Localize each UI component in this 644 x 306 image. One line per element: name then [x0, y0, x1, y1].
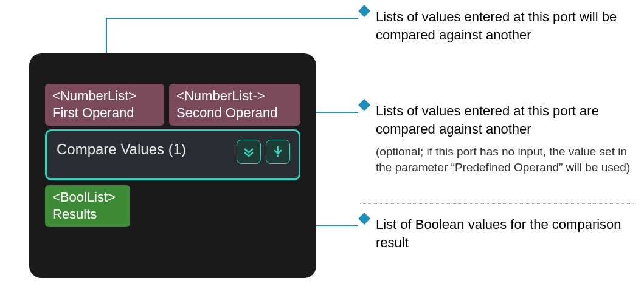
input-port-first-operand[interactable]: <NumberList> First Operand — [45, 84, 164, 126]
download-icon[interactable] — [266, 140, 290, 164]
expand-icon[interactable] — [237, 140, 261, 164]
output-port-results[interactable]: <BoolList> Results — [45, 185, 130, 227]
port-label: First Operand — [52, 104, 157, 121]
port-type: <NumberList> — [52, 87, 157, 104]
annotation-3: List of Boolean values for the compariso… — [360, 216, 628, 251]
annotation-2: Lists of values entered at this port are… — [360, 102, 634, 175]
input-ports-row: <NumberList> First Operand <NumberList->… — [45, 84, 300, 126]
node-title: Compare Values (1) — [57, 140, 237, 158]
port-label: Second Operand — [176, 104, 293, 121]
port-type: <NumberList-> — [176, 87, 293, 104]
annotation-1: Lists of values entered at this port wil… — [360, 8, 628, 44]
divider — [360, 203, 634, 204]
node-panel: <NumberList> First Operand <NumberList->… — [29, 53, 316, 278]
node-body[interactable]: Compare Values (1) — [45, 129, 300, 180]
svg-point-3 — [277, 155, 279, 157]
diamond-icon — [358, 99, 370, 111]
annotation-text: Lists of values entered at this port wil… — [376, 8, 628, 44]
diamond-icon — [358, 212, 370, 225]
diamond-icon — [358, 5, 370, 17]
node-icons — [237, 140, 290, 164]
annotation-text: Lists of values entered at this port are… — [376, 103, 599, 137]
annotation-note: (optional; if this port has no input, th… — [360, 144, 634, 175]
annotation-text: List of Boolean values for the compariso… — [376, 216, 628, 251]
input-port-second-operand[interactable]: <NumberList-> Second Operand — [169, 84, 300, 126]
port-label: Results — [52, 206, 123, 223]
port-type: <BoolList> — [52, 189, 123, 206]
